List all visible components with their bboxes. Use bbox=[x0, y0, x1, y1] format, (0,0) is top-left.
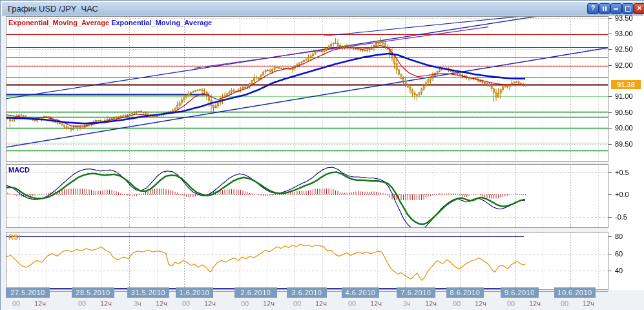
close-button[interactable]: ✕ bbox=[634, 3, 644, 14]
time-label: 12ч bbox=[583, 300, 594, 307]
time-label: 3ч bbox=[134, 300, 141, 307]
time-label: 00 bbox=[241, 300, 249, 307]
time-label: 00 bbox=[12, 300, 20, 307]
time-label: 00 bbox=[182, 300, 190, 307]
time-label: 12ч bbox=[315, 300, 327, 307]
macd-plot[interactable] bbox=[6, 164, 608, 228]
current-price-tag: 91.38 bbox=[611, 80, 641, 89]
date-cell: 27.5.2010 bbox=[6, 287, 50, 298]
price-label: 90.50 bbox=[615, 108, 643, 116]
price-label: 93.50 bbox=[615, 14, 643, 22]
pause-icon bbox=[603, 6, 604, 11]
maximize-icon bbox=[625, 6, 630, 12]
rsi-value-label: 80 bbox=[615, 232, 643, 240]
rsi-plot[interactable] bbox=[6, 232, 608, 290]
time-label: 00 bbox=[561, 300, 568, 307]
help-button[interactable]: ? bbox=[587, 3, 599, 14]
time-label: 12ч bbox=[529, 300, 541, 307]
price-label: 90.00 bbox=[615, 124, 643, 132]
date-cell: 1.6.2010 bbox=[176, 287, 213, 298]
main-price-plot[interactable] bbox=[6, 16, 608, 162]
time-label: 12ч bbox=[475, 300, 486, 307]
date-cell: 28.5.2010 bbox=[72, 287, 114, 298]
date-cell: 10.6.2010 bbox=[554, 287, 596, 298]
date-cell: 2.6.2010 bbox=[234, 287, 277, 298]
time-label: 3ч bbox=[403, 300, 411, 307]
chart-window: График USD /JPY ЧАС ? ✕ Exponential_Movi… bbox=[0, 0, 644, 310]
minimize-button[interactable] bbox=[610, 3, 622, 14]
time-label: 12ч bbox=[263, 300, 275, 307]
price-label: 91.00 bbox=[615, 92, 643, 100]
time-label: 12ч bbox=[204, 300, 216, 307]
minimize-icon bbox=[614, 8, 618, 10]
price-label: 92.00 bbox=[615, 61, 643, 69]
time-label: 00 bbox=[348, 300, 356, 307]
date-cell: 3.6.2010 bbox=[287, 287, 327, 298]
macd-value-label: +0.0 bbox=[615, 191, 643, 198]
date-cell: 8.6.2010 bbox=[446, 287, 484, 298]
date-cell: 7.6.2010 bbox=[397, 287, 435, 298]
macd-value-label: -0.5 bbox=[615, 213, 643, 221]
pause-button[interactable] bbox=[599, 3, 610, 14]
date-cell: 31.5.2010 bbox=[127, 287, 169, 298]
price-label: 93.00 bbox=[615, 30, 643, 37]
maximize-button[interactable] bbox=[622, 3, 634, 14]
rsi-panel-label: RSI bbox=[8, 233, 20, 241]
date-cell: 4.6.2010 bbox=[342, 287, 379, 298]
rsi-value-label: 60 bbox=[615, 250, 643, 258]
price-label: 89.50 bbox=[615, 140, 643, 148]
window-title: График USD /JPY ЧАС bbox=[8, 4, 98, 14]
date-cell: 9.6.2010 bbox=[501, 287, 539, 298]
price-label: 92.50 bbox=[615, 45, 643, 53]
time-label: 12ч bbox=[370, 300, 382, 307]
rsi-value-label: 40 bbox=[615, 267, 643, 274]
time-label: 00 bbox=[78, 300, 86, 307]
title-bar[interactable]: График USD /JPY ЧАС ? ✕ bbox=[1, 1, 643, 16]
time-label: 00 bbox=[453, 300, 461, 307]
time-label: 12ч bbox=[34, 300, 46, 307]
pause-icon bbox=[605, 6, 607, 11]
time-label: 12ч bbox=[425, 300, 437, 307]
time-label: 12ч bbox=[100, 300, 112, 307]
time-label: 00 bbox=[293, 300, 301, 307]
macd-panel-label: MACD bbox=[8, 166, 30, 174]
time-label: 00 bbox=[507, 300, 515, 307]
time-label: 12ч bbox=[156, 300, 167, 307]
macd-value-label: +0.5 bbox=[615, 169, 643, 176]
